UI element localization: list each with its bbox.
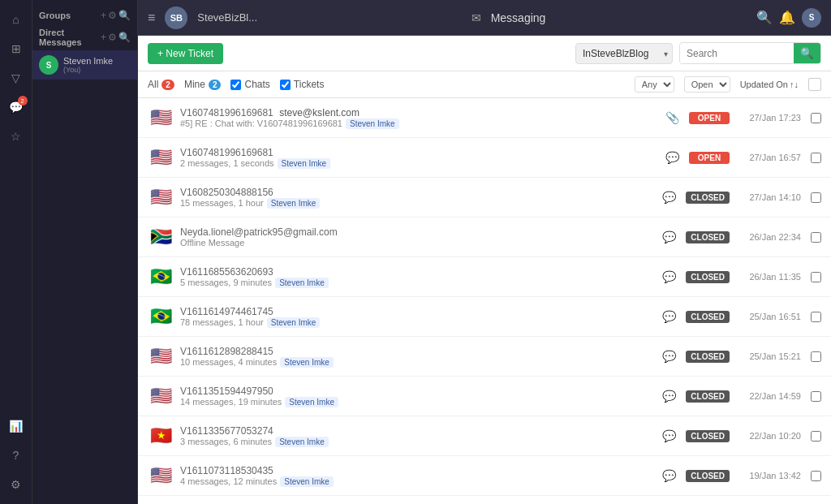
table-row[interactable]: 🇧🇷 V1611614974461745 78 messages, 1 hour… (138, 297, 831, 337)
question-icon-btn[interactable]: ? (3, 442, 29, 468)
conv-title: V1611612898288415 (180, 346, 652, 357)
top-bar-actions: 🔍 🔔 S (756, 8, 821, 28)
hamburger-icon[interactable]: ≡ (148, 11, 155, 25)
conv-type-icon: 💬 (662, 390, 676, 403)
table-row[interactable]: 🇺🇸 V1610563343152876 2 messages, 3 minut… (138, 496, 831, 504)
groups-search-icon[interactable]: 🔍 (118, 10, 131, 21)
tickets-filter[interactable]: Tickets (280, 79, 325, 90)
avatar: 🇧🇷 (148, 264, 174, 290)
sidebar-user-item[interactable]: S Steven Imke (You) (32, 50, 137, 80)
tickets-label: Tickets (294, 79, 325, 90)
mine-count: 2 (209, 80, 222, 90)
chats-checkbox[interactable] (230, 80, 241, 90)
dm-settings-icon[interactable]: ⚙ (108, 32, 117, 43)
agent-tag: Steven Imke (267, 198, 321, 209)
filter-bar: All 2 Mine 2 Chats Tickets Any (138, 71, 831, 98)
updated-on-sort[interactable]: Updated On ↑↓ (740, 80, 799, 89)
groups-add-icon[interactable]: + (101, 10, 106, 21)
bell-icon[interactable]: 🔔 (779, 10, 795, 25)
groups-actions: + ⚙ 🔍 (101, 10, 131, 21)
updated-on-label: Updated On (740, 80, 788, 89)
conv-checkbox[interactable] (811, 312, 821, 322)
conv-subtitle: #5] RE : Chat with: V1607481996169681 St… (180, 118, 656, 129)
table-row[interactable]: 🇺🇸 V1611612898288415 10 messages, 4 minu… (138, 337, 831, 377)
table-row[interactable]: 🇺🇸 V1608250304888156 15 messages, 1 hour… (138, 178, 831, 218)
conv-checkbox[interactable] (811, 391, 821, 402)
table-row[interactable]: 🇺🇸 V1611351594497950 14 messages, 19 min… (138, 377, 831, 416)
conversation-list: 🇺🇸 V1607481996169681 steve@ksIent.com #5… (138, 98, 831, 504)
conv-desc: #5] RE : Chat with: V1607481996169681 (180, 118, 342, 128)
conv-time: 26/Jan 22:34 (736, 232, 801, 242)
conv-info: V1611335677053274 3 messages, 6 minutes … (180, 425, 652, 447)
conv-info: V1611612898288415 10 messages, 4 minutes… (180, 346, 652, 368)
mail-icon[interactable]: ✉ (471, 11, 481, 24)
you-tag: (You) (63, 66, 113, 74)
dm-add-icon[interactable]: + (101, 32, 106, 43)
conv-id: V1611351594497950 (180, 386, 273, 397)
table-row[interactable]: 🇻🇳 V1611335677053274 3 messages, 6 minut… (138, 416, 831, 456)
user-info: Steven Imke (You) (63, 56, 113, 74)
conv-checkbox[interactable] (811, 351, 821, 362)
status-badge: OPEN (689, 152, 730, 164)
all-label: All (148, 79, 158, 90)
conv-subtitle: Offline Message (180, 238, 652, 248)
star-icon-btn[interactable]: ☆ (3, 123, 29, 149)
conv-subtitle: 3 messages, 6 minutes Steven Imke (180, 437, 652, 447)
settings-icon-btn[interactable]: ⚙ (3, 472, 29, 498)
any-select[interactable]: Any (635, 76, 674, 93)
chat-badge: 2 (18, 96, 28, 106)
conv-id: V1608250304888156 (180, 187, 273, 198)
inbox-select[interactable]: InSteveBlzBlog (575, 43, 673, 64)
sort-arrow-icon: ↑↓ (790, 80, 799, 89)
home-icon-btn[interactable]: ⌂ (3, 6, 29, 32)
conv-time: 27/Jan 16:57 (736, 153, 801, 162)
table-row[interactable]: 🇺🇸 V1607481996169681 steve@ksIent.com #5… (138, 98, 831, 138)
conv-title: V1611614974461745 (180, 306, 652, 317)
mine-label: Mine (184, 79, 205, 90)
table-row[interactable]: 🇺🇸 V1611073118530435 4 messages, 12 minu… (138, 456, 831, 496)
toolbar: + New Ticket InSteveBlzBlog ▾ 🔍 (138, 36, 831, 71)
column-toggle[interactable] (808, 78, 821, 91)
conv-time: 22/Jan 10:20 (736, 431, 801, 441)
chat-icon-btn[interactable]: 💬 2 (3, 94, 29, 120)
conv-checkbox[interactable] (811, 153, 821, 163)
conv-checkbox[interactable] (811, 113, 821, 123)
chats-filter[interactable]: Chats (230, 79, 269, 90)
status-badge: CLOSED (686, 430, 730, 442)
conv-id: Neyda.lionel@patrick95@gmail.com (180, 226, 338, 238)
conv-time: 26/Jan 11:35 (736, 272, 801, 282)
dm-search-icon[interactable]: 🔍 (118, 32, 131, 43)
conv-id: V1611685563620693 (180, 266, 273, 278)
conv-subtitle: 14 messages, 19 minutes Steven Imke (180, 397, 652, 407)
table-row[interactable]: 🇺🇸 V1607481996169681 2 messages, 1 secon… (138, 138, 831, 178)
conv-checkbox[interactable] (811, 232, 821, 243)
groups-settings-icon[interactable]: ⚙ (108, 10, 117, 21)
conv-desc: 15 messages, 1 hour (180, 198, 264, 208)
conv-checkbox[interactable] (811, 431, 821, 442)
agent-tag: Steven Imke (275, 437, 329, 447)
conv-checkbox[interactable] (811, 471, 821, 481)
layers-icon-btn[interactable]: ⊞ (3, 36, 29, 62)
conv-title: V1611351594497950 (180, 386, 652, 397)
secondary-sidebar: Groups + ⚙ 🔍 Direct Messages + ⚙ 🔍 S Ste… (32, 0, 138, 504)
search-input[interactable] (680, 44, 794, 63)
new-ticket-button[interactable]: + New Ticket (148, 43, 223, 64)
conv-checkbox[interactable] (811, 192, 821, 203)
dm-actions: + ⚙ 🔍 (101, 32, 131, 43)
profile-icon[interactable]: S (802, 8, 821, 28)
conv-time: 27/Jan 14:10 (736, 192, 801, 202)
table-row[interactable]: 🇧🇷 V1611685563620693 5 messages, 9 minut… (138, 257, 831, 297)
avatar: S (39, 55, 58, 75)
conv-checkbox[interactable] (811, 272, 821, 282)
conv-subtitle: 5 messages, 9 minutes Steven Imke (180, 278, 652, 288)
search-icon[interactable]: 🔍 (756, 10, 773, 25)
filter-icon-btn[interactable]: ▽ (3, 65, 29, 91)
open-select[interactable]: Open (684, 76, 730, 93)
conv-subtitle: 4 messages, 12 minutes Steven Imke (180, 476, 652, 487)
conv-info: V1607481996169681 2 messages, 1 seconds … (180, 147, 656, 169)
search-button[interactable]: 🔍 (794, 43, 820, 63)
chart-icon-btn[interactable]: 📊 (3, 413, 29, 439)
conv-desc: 3 messages, 6 minutes (180, 437, 272, 446)
table-row[interactable]: 🇿🇦 Neyda.lionel@patrick95@gmail.com Offl… (138, 218, 831, 257)
tickets-checkbox[interactable] (280, 80, 291, 90)
